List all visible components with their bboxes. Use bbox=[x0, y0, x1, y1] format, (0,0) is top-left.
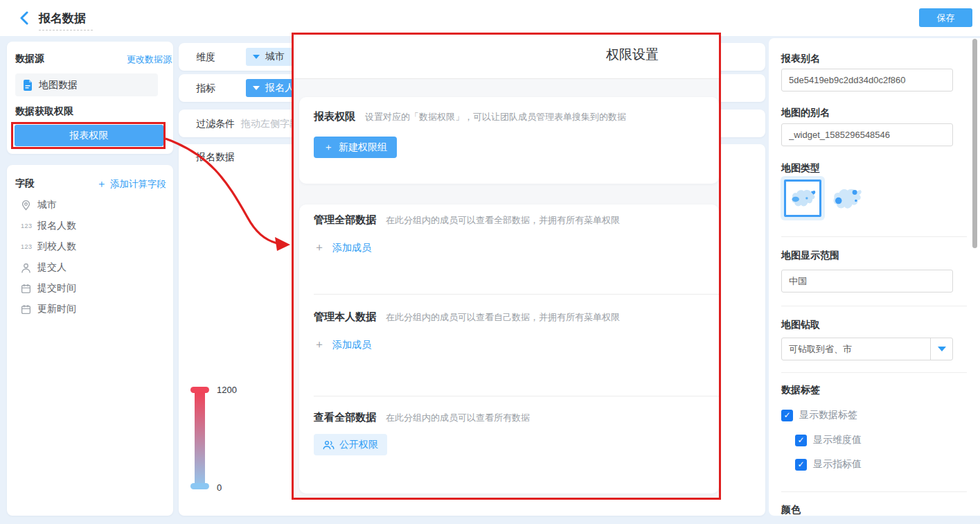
section-desc: 设置对应的「数据权限」，可以让团队成员管理表单搜集到的数据 bbox=[365, 111, 626, 123]
china-area-map-icon bbox=[787, 186, 818, 211]
inspector-panel: 报表别名 地图的别名 地图类型 地图显示范围 地图钻取 可钻取到省、市 数据标签… bbox=[769, 38, 980, 516]
map-type-bubble-option[interactable] bbox=[828, 184, 864, 216]
metric-label: 指标 bbox=[196, 82, 215, 95]
legend-min-value: 0 bbox=[217, 482, 222, 493]
person-icon bbox=[21, 263, 31, 273]
report-alias-input[interactable] bbox=[781, 69, 953, 91]
checkbox-show-datalabel[interactable]: ✓ 显示数据标签 bbox=[781, 409, 857, 421]
drill-label: 地图钻取 bbox=[781, 319, 820, 331]
map-type-area-option[interactable] bbox=[784, 180, 821, 217]
divider bbox=[781, 236, 967, 237]
datasource-item[interactable]: 地图数据 bbox=[15, 73, 158, 96]
title-underline bbox=[39, 30, 93, 30]
save-button[interactable]: 保存 bbox=[919, 8, 972, 27]
modal-body: 报表权限 设置对应的「数据权限」，可以让团队成员管理表单搜集到的数据 ＋ 新建权… bbox=[294, 78, 719, 498]
checkbox-show-metric[interactable]: ✓ 显示指标值 bbox=[795, 458, 862, 471]
chevron-down-icon bbox=[938, 347, 946, 351]
dimension-tag[interactable]: 城市 bbox=[246, 48, 293, 66]
select-arrow-segment[interactable] bbox=[930, 338, 952, 360]
map-type-label: 地图类型 bbox=[781, 162, 820, 175]
legend-min-handle[interactable] bbox=[190, 483, 209, 489]
checkbox-checked-icon[interactable]: ✓ bbox=[795, 459, 807, 471]
chart-title: 报名数据 bbox=[196, 151, 235, 164]
field-item-submitter[interactable]: 提交人 bbox=[21, 258, 66, 277]
add-member-link[interactable]: ＋ 添加成员 bbox=[314, 338, 371, 352]
section-desc: 在此分组内的成员可以查看自己数据，并拥有所有菜单权限 bbox=[386, 311, 620, 324]
filter-label: 过滤条件 bbox=[196, 118, 235, 130]
datasource-item-label: 地图数据 bbox=[39, 79, 78, 91]
plus-icon: ＋ bbox=[323, 141, 333, 154]
fields-panel: 字段 ＋ 添加计算字段 城市 123 报名人数 123 到校人数 提交人 提交时… bbox=[7, 165, 173, 516]
divider bbox=[781, 372, 967, 373]
plus-icon: ＋ bbox=[314, 338, 325, 352]
plus-icon: ＋ bbox=[96, 177, 107, 191]
dimension-label: 维度 bbox=[196, 51, 215, 64]
acquire-perm-label: 数据获取权限 bbox=[15, 105, 73, 118]
back-icon[interactable] bbox=[19, 11, 30, 25]
field-item-update-time[interactable]: 更新时间 bbox=[21, 299, 76, 319]
add-calc-field-link[interactable]: ＋ 添加计算字段 bbox=[96, 177, 166, 191]
fields-label: 字段 bbox=[15, 177, 35, 190]
change-datasource-link[interactable]: 更改数据源 bbox=[127, 53, 172, 66]
legend-max-value: 1200 bbox=[217, 385, 237, 395]
map-alias-input[interactable] bbox=[781, 123, 953, 146]
public-permission-button[interactable]: 公开权限 bbox=[314, 434, 387, 455]
plus-icon: ＋ bbox=[314, 241, 325, 255]
datasource-panel: 数据源 更改数据源 地图数据 数据获取权限 报表权限 bbox=[7, 42, 173, 154]
number-icon: 123 bbox=[21, 222, 31, 229]
scrollbar-thumb[interactable] bbox=[972, 39, 977, 248]
map-range-label: 地图显示范围 bbox=[781, 250, 839, 262]
china-bubble-map-icon bbox=[828, 184, 864, 213]
map-range-input[interactable] bbox=[781, 270, 953, 292]
section-desc: 在此分组内的成员可以查看全部数据，并拥有所有菜单权限 bbox=[386, 214, 620, 227]
section-heading: 管理全部数据 bbox=[314, 213, 376, 227]
report-permission-button[interactable]: 报表权限 bbox=[15, 125, 163, 146]
add-member-link[interactable]: ＋ 添加成员 bbox=[314, 241, 371, 255]
color-legend-bar bbox=[195, 392, 205, 487]
report-permission-card: 报表权限 设置对应的「数据权限」，可以让团队成员管理表单搜集到的数据 ＋ 新建权… bbox=[299, 97, 719, 184]
checkbox-checked-icon[interactable]: ✓ bbox=[795, 435, 807, 446]
permission-groups-card: 管理全部数据 在此分组内的成员可以查看全部数据，并拥有所有菜单权限 ＋ 添加成员… bbox=[299, 204, 719, 494]
modal-title: 权限设置 bbox=[606, 46, 659, 64]
divider bbox=[314, 396, 719, 396]
section-heading: 管理本人数据 bbox=[314, 311, 376, 324]
section-heading: 报表权限 bbox=[314, 110, 355, 123]
divider bbox=[781, 306, 967, 306]
calendar-icon bbox=[21, 283, 31, 294]
field-item-city[interactable]: 城市 bbox=[21, 195, 57, 215]
color-label: 颜色 bbox=[781, 504, 801, 516]
chevron-down-icon bbox=[253, 86, 260, 90]
section-desc: 在此分组内的成员可以查看所有数据 bbox=[386, 412, 530, 424]
page-title: 报名数据 bbox=[39, 10, 86, 26]
checkbox-show-dimension[interactable]: ✓ 显示维度值 bbox=[795, 434, 862, 446]
number-icon: 123 bbox=[21, 243, 31, 250]
top-bar: 报名数据 保存 bbox=[0, 0, 980, 36]
chevron-down-icon bbox=[253, 55, 260, 59]
checkbox-checked-icon[interactable]: ✓ bbox=[781, 410, 793, 421]
field-item-arrival-count[interactable]: 123 到校人数 bbox=[21, 237, 76, 256]
calendar-icon bbox=[21, 304, 31, 315]
map-alias-label: 地图的别名 bbox=[781, 107, 830, 119]
section-heading: 查看全部数据 bbox=[314, 411, 376, 424]
new-permission-group-button[interactable]: ＋ 新建权限组 bbox=[314, 137, 397, 158]
pin-icon bbox=[21, 200, 31, 211]
report-alias-label: 报表别名 bbox=[781, 53, 820, 65]
permission-modal: 权限设置 报表权限 设置对应的「数据权限」，可以让团队成员管理表单搜集到的数据 … bbox=[292, 33, 721, 500]
file-icon bbox=[23, 80, 33, 91]
field-item-signup-count[interactable]: 123 报名人数 bbox=[21, 216, 76, 236]
datasource-label: 数据源 bbox=[15, 53, 44, 65]
drill-select[interactable]: 可钻取到省、市 bbox=[781, 338, 953, 360]
datalabel-label: 数据标签 bbox=[781, 384, 820, 396]
people-icon bbox=[323, 440, 335, 450]
divider bbox=[314, 294, 719, 295]
divider bbox=[781, 491, 967, 492]
field-item-submit-time[interactable]: 提交时间 bbox=[21, 279, 76, 298]
